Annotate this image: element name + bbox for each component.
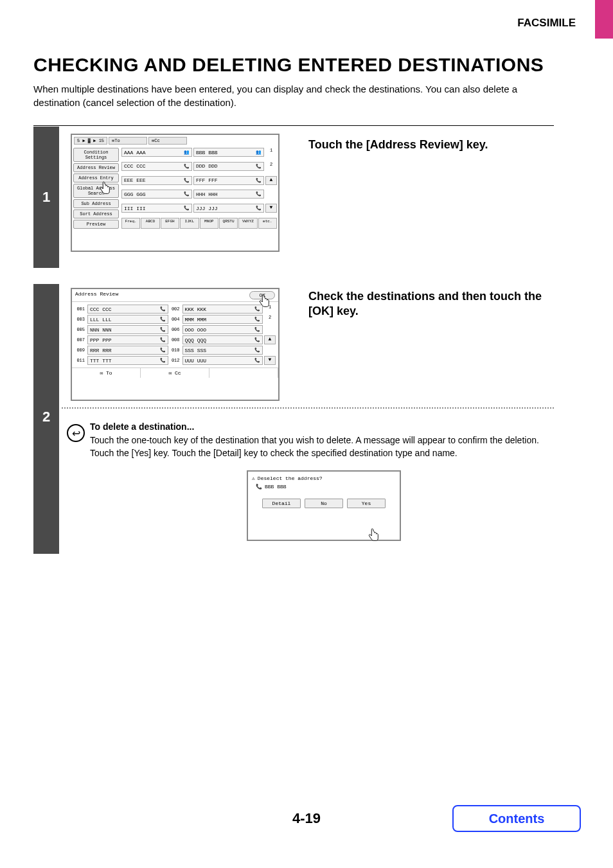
- footer-cc-label: Cc: [175, 370, 181, 376]
- alpha-tab[interactable]: ABCD: [141, 218, 159, 229]
- onetouch-key[interactable]: DDD DDD📞: [193, 162, 264, 171]
- key-label: DDD DDD: [196, 163, 218, 169]
- yes-button[interactable]: Yes: [347, 499, 386, 508]
- row-number: 008: [170, 337, 181, 342]
- phone-icon: 📞: [184, 206, 190, 211]
- row-number: 005: [75, 327, 86, 332]
- phone-icon: 📞: [256, 178, 262, 183]
- page-total: 2: [265, 162, 277, 175]
- phone-icon: 📞: [184, 178, 190, 183]
- section-tab: [595, 0, 613, 39]
- sub-address-button[interactable]: Sub Address: [73, 199, 119, 208]
- contents-button[interactable]: Contents: [452, 805, 581, 832]
- section-header: FACSIMILE: [517, 17, 576, 30]
- review-key[interactable]: RRR RRR📞: [87, 346, 168, 355]
- sort-address-button[interactable]: Sort Address: [73, 209, 119, 218]
- key-label: EEE EEE: [124, 177, 146, 183]
- review-key[interactable]: QQQ QQQ📞: [182, 335, 263, 344]
- scroll-up-button[interactable]: ▲: [264, 335, 276, 344]
- hand-pointer-icon: [98, 181, 112, 197]
- no-button[interactable]: No: [305, 499, 343, 508]
- detail-button[interactable]: Detail: [262, 499, 301, 508]
- review-key[interactable]: PPP PPP📞: [87, 335, 168, 344]
- review-key[interactable]: CCC CCC📞: [87, 305, 168, 314]
- step2-instruction: Check the destinations and then touch th…: [308, 289, 553, 319]
- cc-tab[interactable]: ✉ Cc: [148, 137, 187, 145]
- row-number: 007: [75, 337, 86, 342]
- footer-to-label: To: [106, 370, 112, 376]
- review-key[interactable]: MMM MMM📞: [182, 315, 263, 324]
- onetouch-key[interactable]: BBB BBB👥: [193, 148, 264, 157]
- row-number: 010: [170, 348, 181, 353]
- row-number: 006: [170, 327, 181, 332]
- page-current: 1: [265, 148, 277, 161]
- alpha-tab[interactable]: VWXYZ: [238, 218, 257, 229]
- onetouch-key[interactable]: GGG GGG📞: [121, 190, 192, 199]
- alpha-tabs: Freq. ABCD EFGH IJKL MNOP QRSTU VWXYZ et…: [121, 218, 277, 229]
- onetouch-key[interactable]: HHH HHH📞: [193, 190, 264, 199]
- step-number-2: 2: [33, 284, 59, 554]
- to-tab[interactable]: ✉ To: [109, 137, 147, 145]
- row-number: 012: [170, 358, 181, 363]
- review-key[interactable]: NNN NNN📞: [87, 325, 168, 334]
- phone-icon: 📞: [256, 164, 262, 169]
- condition-settings-button[interactable]: Condition Settings: [73, 148, 119, 162]
- review-key[interactable]: TTT TTT📞: [87, 356, 168, 365]
- alpha-tab[interactable]: QRSTU: [219, 218, 238, 229]
- step-number-1: 1: [33, 127, 59, 268]
- footer-to-tab[interactable]: ✉ To: [72, 368, 141, 378]
- row-number: 001: [75, 306, 86, 312]
- row-number: 011: [75, 358, 86, 363]
- key-label: FFF FFF: [196, 177, 218, 183]
- phone-icon: 📞: [184, 191, 190, 197]
- phone-icon: 📞: [256, 206, 262, 211]
- row-number: 009: [75, 348, 86, 353]
- dialog-dest: BBB BBB: [265, 484, 287, 490]
- review-key[interactable]: SSS SSS📞: [182, 346, 263, 355]
- footer-cc-tab[interactable]: ✉ Cc: [141, 368, 209, 378]
- phone-icon: 📞: [256, 191, 262, 197]
- footer-blank: [209, 368, 278, 378]
- alpha-tab[interactable]: MNOP: [200, 218, 218, 229]
- dashed-separator: [62, 407, 554, 409]
- phone-icon: 📞: [184, 164, 190, 169]
- hand-pointer-icon: [366, 528, 380, 544]
- review-key[interactable]: UUU UUU📞: [182, 356, 263, 365]
- step1-instruction: Touch the [Address Review] key.: [308, 138, 488, 152]
- onetouch-key[interactable]: III III📞: [121, 204, 192, 213]
- warning-icon: ⚠: [252, 475, 255, 481]
- review-key[interactable]: LLL LLL📞: [87, 315, 168, 324]
- address-review-button[interactable]: Address Review: [73, 163, 119, 172]
- to-tab-label: To: [114, 138, 120, 143]
- key-label: BBB BBB: [196, 150, 218, 155]
- address-review-panel: Address Review OK 001CCC CCC📞002KKK KKK📞…: [71, 288, 280, 401]
- review-key[interactable]: OOO OOO📞: [182, 325, 263, 334]
- dialog-message: Deselect the address?: [258, 475, 323, 481]
- alpha-tab[interactable]: Freq.: [121, 218, 140, 229]
- scroll-up-button[interactable]: ▲: [265, 176, 277, 185]
- scroll-down-button[interactable]: ▼: [265, 204, 277, 213]
- global-address-search-button[interactable]: Global Address Search: [73, 184, 119, 198]
- onetouch-key[interactable]: EEE EEE📞: [121, 176, 192, 185]
- panel-title: Address Review: [75, 291, 118, 299]
- alpha-tab[interactable]: EFGH: [161, 218, 179, 229]
- scroll-down-button[interactable]: ▼: [264, 356, 276, 365]
- key-label: AAA AAA: [124, 150, 146, 155]
- review-key[interactable]: KKK KKK📞: [182, 305, 263, 314]
- onetouch-key[interactable]: FFF FFF📞: [193, 176, 264, 185]
- page-total: 2: [264, 315, 276, 324]
- alpha-tab[interactable]: IJKL: [180, 218, 199, 229]
- onetouch-key[interactable]: CCC CCC📞: [121, 162, 192, 171]
- hand-pointer-icon: [257, 294, 271, 310]
- alpha-tab[interactable]: etc.: [258, 218, 277, 229]
- cc-tab-label: Cc: [154, 138, 159, 143]
- address-entry-button[interactable]: Address Entry: [73, 173, 119, 182]
- onetouch-key[interactable]: AAA AAA👥: [121, 148, 192, 157]
- path-indicator: 5 ▶ ▓ ▶ 15: [74, 137, 107, 145]
- intro-text: When multiple destinations have been ent…: [33, 82, 547, 109]
- key-label: JJJ JJJ: [196, 206, 218, 211]
- onetouch-key[interactable]: JJJ JJJ📞: [193, 204, 264, 213]
- group-icon: 👥: [256, 150, 262, 155]
- key-label: GGG GGG: [124, 191, 146, 197]
- preview-button[interactable]: Preview: [73, 220, 119, 229]
